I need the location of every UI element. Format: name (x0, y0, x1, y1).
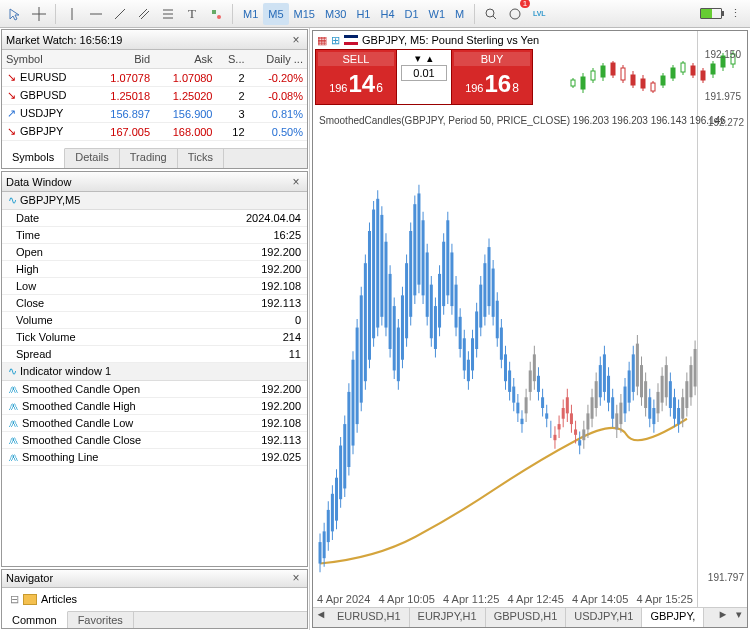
timeframe-M1[interactable]: M1 (238, 3, 263, 25)
nav-item-articles[interactable]: ⊟ Articles (6, 592, 303, 607)
tab-ticks[interactable]: Ticks (178, 149, 224, 168)
svg-rect-130 (483, 263, 486, 317)
time-axis: 4 Apr 20244 Apr 10:054 Apr 11:254 Apr 12… (313, 593, 697, 605)
alerts-icon[interactable] (504, 3, 526, 25)
svg-rect-94 (409, 231, 412, 317)
buy-button[interactable]: BUY 196168 (452, 50, 532, 104)
svg-rect-210 (648, 397, 651, 418)
chart-tab[interactable]: EURJPY,H1 (410, 608, 486, 627)
chart-tab[interactable]: GBPJPY, (642, 608, 704, 627)
svg-rect-136 (496, 301, 499, 339)
svg-rect-70 (360, 295, 363, 402)
svg-rect-170 (566, 397, 569, 413)
chart-tabs: ◄ EURUSD,H1EURJPY,H1GBPUSD,H1USDJPY,H1GB… (313, 607, 747, 627)
dw-row: Volume0 (2, 312, 307, 329)
table-row[interactable]: ↘ EURUSD1.070781.070802-0.20% (2, 69, 307, 87)
tab-favorites[interactable]: Favorites (68, 612, 134, 629)
tab-trading[interactable]: Trading (120, 149, 178, 168)
svg-rect-164 (553, 435, 556, 440)
mw-col[interactable]: Daily ... (249, 50, 307, 69)
trendline-icon[interactable] (109, 3, 131, 25)
vline-icon[interactable] (61, 3, 83, 25)
lot-increase-icon[interactable]: ▴ (427, 52, 433, 65)
svg-rect-76 (372, 210, 375, 339)
table-row[interactable]: ↘ GBPUSD1.250181.250202-0.08% (2, 87, 307, 105)
toolbar-menu-icon[interactable]: ⋮ (724, 3, 746, 25)
svg-rect-154 (533, 354, 536, 381)
timeframe-D1[interactable]: D1 (400, 3, 424, 25)
dw-row: Time16:25 (2, 227, 307, 244)
svg-rect-132 (488, 247, 491, 306)
svg-point-14 (510, 9, 520, 19)
fibo-icon[interactable] (157, 3, 179, 25)
svg-rect-114 (450, 252, 453, 306)
svg-rect-108 (438, 274, 441, 328)
svg-rect-68 (356, 328, 359, 425)
lot-decrease-icon[interactable]: ▾ (415, 52, 421, 65)
cursor-icon[interactable] (4, 3, 26, 25)
crosshair-icon[interactable] (28, 3, 50, 25)
svg-rect-226 (681, 397, 684, 418)
chart-style-icon[interactable]: ⊞ (331, 34, 340, 47)
timeframe-M[interactable]: M (450, 3, 469, 25)
timeframe-M30[interactable]: M30 (320, 3, 351, 25)
timeframe-H1[interactable]: H1 (351, 3, 375, 25)
chart-tab[interactable]: GBPUSD,H1 (486, 608, 567, 627)
svg-rect-230 (689, 365, 692, 397)
tab-details[interactable]: Details (65, 149, 120, 168)
svg-rect-120 (463, 338, 466, 370)
tab-menu-icon[interactable]: ▾ (731, 608, 747, 627)
flag-icon (344, 35, 358, 45)
timeframe-H4[interactable]: H4 (375, 3, 399, 25)
table-row[interactable]: ↘ GBPJPY167.005168.000120.50% (2, 123, 307, 141)
mw-col[interactable]: Bid (92, 50, 154, 69)
svg-rect-150 (525, 397, 528, 413)
table-row[interactable]: ↗ USDJPY156.897156.90030.81% (2, 105, 307, 123)
dw-row: High192.200 (2, 261, 307, 278)
svg-rect-142 (508, 370, 511, 391)
chart-column: ▦ ⊞ GBPJPY, M5: Pound Sterling vs Yen SE… (310, 28, 750, 630)
chart-area[interactable]: ▦ ⊞ GBPJPY, M5: Pound Sterling vs Yen SE… (312, 30, 748, 628)
svg-rect-198 (624, 387, 627, 414)
text-icon[interactable]: T (181, 3, 203, 25)
sell-button[interactable]: SELL 196146 (316, 50, 396, 104)
svg-rect-118 (459, 317, 462, 349)
channel-icon[interactable] (133, 3, 155, 25)
svg-rect-40 (691, 66, 695, 75)
mw-col[interactable]: S... (216, 50, 248, 69)
chart-tab[interactable]: USDJPY,H1 (566, 608, 642, 627)
search-icon[interactable] (480, 3, 502, 25)
indicator-label: SmoothedCandles(GBPJPY, Period 50, PRICE… (319, 115, 726, 126)
mw-col[interactable]: Symbol (2, 50, 92, 69)
lvl-icon[interactable]: LVL (528, 3, 550, 25)
mw-col[interactable]: Ask (154, 50, 216, 69)
svg-rect-202 (632, 354, 635, 392)
tab-common[interactable]: Common (2, 611, 68, 629)
chart-title-text: GBPJPY, M5: Pound Sterling vs Yen (362, 34, 539, 46)
svg-rect-98 (417, 193, 420, 284)
svg-rect-50 (319, 542, 322, 563)
objects-icon[interactable] (205, 3, 227, 25)
svg-rect-158 (541, 397, 544, 408)
chart-type-icon[interactable]: ▦ (317, 34, 327, 47)
chart-tab[interactable]: EURUSD,H1 (329, 608, 410, 627)
close-icon[interactable]: × (289, 175, 303, 189)
svg-rect-124 (471, 338, 474, 370)
hline-icon[interactable] (85, 3, 107, 25)
svg-rect-72 (364, 263, 367, 381)
close-icon[interactable]: × (289, 33, 303, 47)
svg-rect-228 (685, 381, 688, 408)
svg-rect-176 (578, 440, 581, 445)
close-icon[interactable]: × (289, 571, 303, 585)
svg-rect-38 (681, 63, 685, 72)
tab-symbols[interactable]: Symbols (2, 148, 65, 168)
timeframe-W1[interactable]: W1 (424, 3, 451, 25)
tab-scroll-left-icon[interactable]: ◄ (313, 608, 329, 627)
lot-input[interactable] (401, 65, 447, 81)
svg-rect-30 (641, 79, 645, 88)
timeframe-M5[interactable]: M5 (263, 3, 288, 25)
timeframe-M15[interactable]: M15 (289, 3, 320, 25)
svg-rect-62 (343, 424, 346, 488)
tab-scroll-right-icon[interactable]: ► (715, 608, 731, 627)
svg-rect-186 (599, 365, 602, 397)
